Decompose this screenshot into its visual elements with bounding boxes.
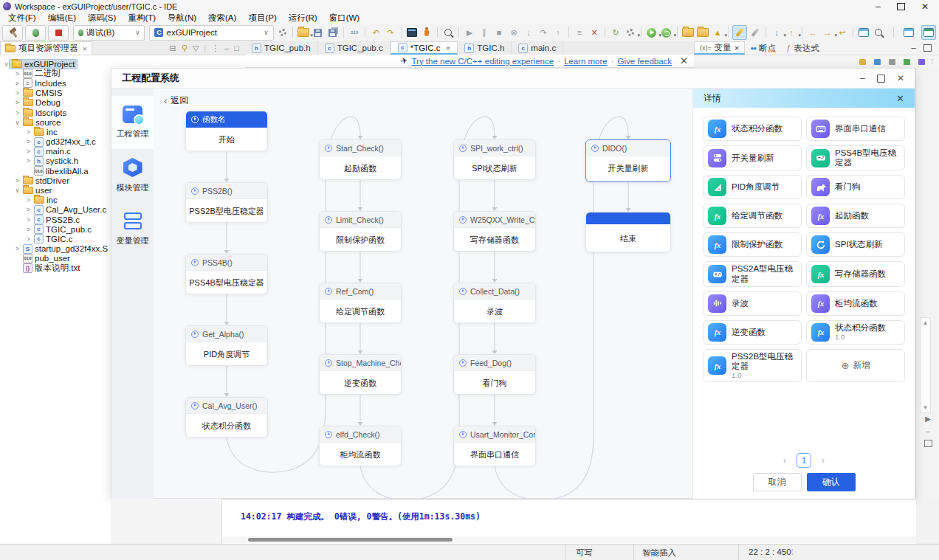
pin-view-button[interactable] [916,57,926,66]
maximize-panel-button[interactable] [924,440,932,447]
menu-file[interactable]: 文件(F) [3,13,41,24]
flow-node[interactable]: Collect_Data()录波 [453,283,536,323]
step-over-button[interactable]: ↷ [537,26,550,39]
dialog-close-button[interactable]: ✕ [897,73,904,83]
maximize-view-button[interactable]: □ [234,44,239,52]
flow-node[interactable]: Usart_Monitor_Comm(0)界面串口通信 [453,426,536,466]
close-icon[interactable]: × [735,44,740,52]
expanded-icon[interactable]: ∨ [14,187,21,194]
flow-node[interactable]: W25QXX_Write_Cycle()写存储器函数 [453,211,536,252]
menu-edit[interactable]: 编辑(E) [43,13,81,24]
open-type-button[interactable] [696,26,709,39]
collapsed-icon[interactable]: > [25,206,32,213]
function-chip[interactable]: SPI状态刷新 [806,232,905,257]
tab-variables[interactable]: (x)=变量× [694,41,745,55]
tab-project-explorer[interactable]: 项目资源管理器 × [0,41,92,55]
page-next-button[interactable]: › [822,455,825,466]
scroll-down-icon[interactable]: ▼ [923,404,929,411]
disconnect-button[interactable]: ⊗ [507,26,520,39]
filter-button[interactable]: ▽ [193,44,199,53]
confirm-button[interactable]: 确认 [807,473,856,491]
trim-button[interactable]: ✕ [588,26,601,39]
minimize-view-button[interactable]: – [224,44,229,52]
close-icon[interactable]: × [83,44,87,53]
menu-navigate[interactable]: 导航(N) [162,13,202,24]
flow-node[interactable]: Start_Check()起励函数 [319,139,402,180]
learn-more-link[interactable]: Learn more [564,57,608,66]
page-prev-button[interactable]: ‹ [783,455,786,466]
external-tools-button[interactable]: ▾ [624,26,637,39]
mark-occurrences-button[interactable] [749,26,762,39]
page-number[interactable]: 1 [797,453,811,468]
restore-panel-button[interactable]: ▶ [925,415,931,423]
menu-source[interactable]: 源码(S) [83,13,121,24]
collapsed-icon[interactable]: > [25,138,32,145]
function-chip[interactable]: fx状态积分函数1.0 [806,320,905,345]
scrollbar-vertical[interactable]: ▲▼ [920,317,931,413]
function-chip[interactable]: fx状态积分函数 [703,117,802,141]
tab-expressions[interactable]: ƒ表达式 [781,41,825,55]
function-chip[interactable]: fxPSS2B型电压稳定器1.0 [703,349,802,382]
function-chip[interactable]: 开关量刷新 [703,145,802,170]
project-settings-button[interactable] [277,26,289,39]
cancel-button[interactable]: 取消 [753,473,802,491]
collapsed-icon[interactable]: > [14,80,21,87]
forward-history-button[interactable]: →▾ [821,26,834,39]
scrollbar-horizontal[interactable] [222,536,916,543]
menu-search[interactable]: 搜索(A) [203,13,241,24]
collapsed-icon[interactable]: > [25,128,32,136]
last-edit-button[interactable]: ↩ [836,26,849,39]
collapsed-icon[interactable]: > [25,196,32,204]
debug-button[interactable] [25,25,46,41]
flow-node[interactable]: Stop_Machine_Check()逆变函数 [319,354,402,395]
editor-tab[interactable]: c*TGIC.c× [391,41,458,55]
sidebar-item-变量管理[interactable]: 变量管理 [111,202,154,255]
flow-node[interactable]: elfd_Check()柜均流函数 [319,426,402,466]
flow-node[interactable]: Get_Alpha()PID角度调节 [185,325,268,366]
perspective-cpp-button[interactable] [902,26,915,39]
step-return-button[interactable]: ↑ [551,26,565,39]
collapsed-icon[interactable]: > [14,70,21,77]
collapsed-icon[interactable]: > [14,89,21,97]
scroll-up-icon[interactable]: ▲ [923,319,929,326]
give-feedback-link[interactable]: Give feedback [618,57,673,66]
function-chip[interactable]: PID角度调节 [703,175,802,199]
refresh-button[interactable]: ↻ [609,26,622,39]
flow-node[interactable]: 结束 [585,212,671,252]
show-logical-structure-button[interactable] [872,57,882,66]
function-chip[interactable]: fx写存储器函数 [806,261,905,286]
menu-project[interactable]: 项目(P) [243,13,281,24]
flow-node[interactable]: 函数名开始 [185,111,268,151]
tab-breakpoints[interactable]: ●●断点 [745,41,781,55]
undo-button[interactable]: ↶ [369,26,382,39]
window-minimize-button[interactable]: – [876,1,881,12]
window-maximize-button[interactable] [897,3,905,10]
try-experience-link[interactable]: Try the new C/C++ editing experience [411,57,554,66]
editor-tab[interactable]: hTGIC_pub.h [245,41,318,55]
view-menu-button[interactable]: ⋮ [211,44,219,53]
function-chip[interactable]: fx给定调节函数 [703,204,802,228]
save-button[interactable] [312,26,325,39]
perspective-debug-button[interactable] [921,25,936,40]
collapsed-icon[interactable]: > [14,99,21,106]
collapsed-icon[interactable]: > [25,235,32,243]
new-wizard-button[interactable]: ▾ [297,26,310,39]
collapsed-icon[interactable]: > [14,177,21,184]
flow-node[interactable]: Cal_Avg_User()状态积分函数 [185,397,268,438]
expanded-icon[interactable]: ∨ [14,119,21,126]
function-chip[interactable]: 录波 [703,291,802,316]
pin-editor-button[interactable] [857,26,870,39]
prev-annotation-button[interactable]: ↑▾ [785,26,798,39]
redo-button[interactable]: ↷ [384,26,397,39]
dialog-maximize-button[interactable] [877,75,885,83]
collapsed-icon[interactable]: > [25,226,32,233]
sidebar-item-工程管理[interactable]: 工程管理 [111,96,154,149]
collapsed-icon[interactable]: > [25,157,32,165]
project-dropdown[interactable]: C exGUIProject ∨ [149,25,273,41]
menu-refactor[interactable]: 重构(T) [123,13,161,24]
link-editor-button[interactable]: ⚲ [182,44,188,53]
suspend-button[interactable]: ∥ [478,26,491,39]
flow-node[interactable]: PSS4B()PSS4B型电压稳定器 [185,254,268,294]
collapsed-icon[interactable]: > [25,148,32,155]
launch-button[interactable]: ▲▾ [711,26,724,39]
